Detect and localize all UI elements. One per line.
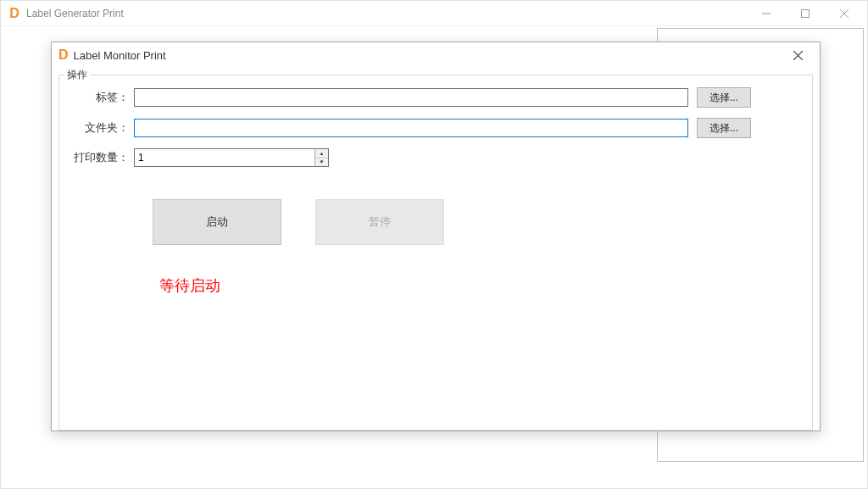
tag-input[interactable] bbox=[134, 88, 688, 107]
maximize-button[interactable] bbox=[786, 1, 825, 25]
monitor-dialog: D Label Monitor Print 操作 标签： 选择... 文件夹： … bbox=[51, 42, 821, 431]
qty-input[interactable] bbox=[135, 149, 314, 166]
dialog-close-button[interactable] bbox=[781, 42, 815, 68]
folder-input[interactable] bbox=[134, 119, 688, 137]
main-window-title: Label Generator Print bbox=[26, 8, 124, 19]
action-buttons: 启动 暂停 bbox=[153, 199, 804, 245]
qty-spinner[interactable]: ▲ ▼ bbox=[134, 148, 329, 167]
minimize-button[interactable] bbox=[747, 1, 786, 25]
label-tag: 标签： bbox=[68, 90, 134, 105]
app-icon: D bbox=[8, 7, 21, 20]
spinner-buttons: ▲ ▼ bbox=[314, 149, 328, 166]
browse-tag-button[interactable]: 选择... bbox=[697, 87, 751, 108]
form-area: 标签： 选择... 文件夹： 选择... 打印数量： ▲ bbox=[59, 75, 812, 304]
main-titlebar: D Label Generator Print bbox=[1, 1, 867, 26]
spinner-up-button[interactable]: ▲ bbox=[315, 149, 328, 158]
start-button[interactable]: 启动 bbox=[153, 199, 281, 245]
dialog-app-icon: D bbox=[58, 47, 69, 63]
svg-rect-1 bbox=[802, 9, 810, 17]
window-controls bbox=[747, 1, 864, 25]
pause-button-label: 暂停 bbox=[369, 214, 391, 230]
close-button[interactable] bbox=[825, 1, 864, 25]
row-tag: 标签： 选择... bbox=[68, 87, 804, 108]
label-qty: 打印数量： bbox=[68, 150, 134, 165]
start-button-label: 启动 bbox=[206, 214, 228, 230]
browse-folder-button[interactable]: 选择... bbox=[697, 118, 751, 138]
operation-group: 操作 标签： 选择... 文件夹： 选择... 打印数量： bbox=[58, 75, 813, 431]
row-folder: 文件夹： 选择... bbox=[68, 118, 804, 138]
row-qty: 打印数量： ▲ ▼ bbox=[68, 148, 804, 167]
group-legend: 操作 bbox=[64, 68, 90, 82]
label-folder: 文件夹： bbox=[68, 120, 134, 136]
status-text: 等待启动 bbox=[159, 275, 804, 296]
spinner-down-button[interactable]: ▼ bbox=[315, 158, 328, 167]
dialog-title: Label Monitor Print bbox=[74, 49, 166, 62]
dialog-titlebar: D Label Monitor Print bbox=[52, 42, 820, 68]
pause-button: 暂停 bbox=[315, 199, 444, 245]
dialog-body: 操作 标签： 选择... 文件夹： 选择... 打印数量： bbox=[52, 68, 820, 431]
